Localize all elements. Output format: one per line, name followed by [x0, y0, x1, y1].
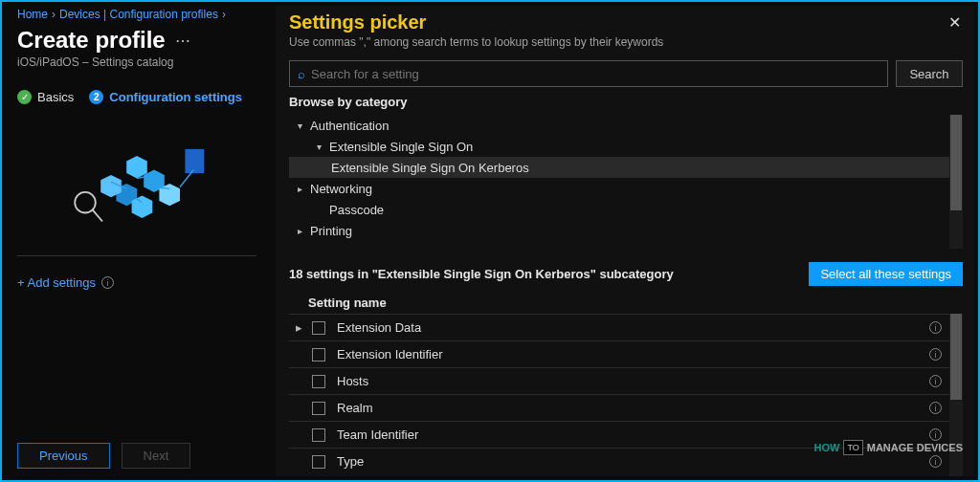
- info-icon[interactable]: i: [929, 348, 942, 361]
- category-networking[interactable]: ▸ Networking: [289, 178, 963, 199]
- category-esso[interactable]: ▾ Extensible Single Sign On: [289, 136, 963, 157]
- search-icon: ⌕: [298, 67, 305, 81]
- category-tree: ▾ Authentication ▾ Extensible Single Sig…: [289, 115, 963, 249]
- info-icon[interactable]: i: [929, 455, 942, 468]
- previous-button[interactable]: Previous: [17, 443, 110, 469]
- category-authentication[interactable]: ▾ Authentication: [289, 115, 963, 136]
- setting-name-header: Setting name: [308, 296, 963, 310]
- setting-row[interactable]: Realm i: [289, 394, 963, 421]
- search-button[interactable]: Search: [896, 60, 963, 87]
- chevron-right-icon: ▸: [293, 226, 306, 236]
- breadcrumb[interactable]: Home › Devices | Configuration profiles …: [17, 8, 256, 21]
- subcategory-count-label: 18 settings in "Extensible Single Sign O…: [289, 267, 674, 281]
- tree-scrollbar[interactable]: [949, 115, 963, 249]
- checkbox[interactable]: [312, 428, 325, 442]
- add-settings-link[interactable]: + Add settings i: [17, 275, 256, 290]
- watermark: HOW TO MANAGE DEVICES: [814, 440, 963, 455]
- breadcrumb-home[interactable]: Home: [17, 8, 48, 21]
- close-icon[interactable]: ✕: [948, 13, 961, 32]
- category-passcode[interactable]: Passcode: [289, 199, 963, 220]
- checkbox[interactable]: [312, 402, 325, 415]
- step-badge: 2: [89, 90, 103, 104]
- setting-row[interactable]: ▸ Extension Data i: [289, 314, 963, 340]
- checkbox[interactable]: [312, 455, 325, 469]
- setting-row[interactable]: Hosts i: [289, 367, 963, 394]
- setting-row[interactable]: Extension Identifier i: [289, 340, 963, 367]
- search-input[interactable]: [311, 67, 880, 81]
- checkbox[interactable]: [312, 375, 325, 388]
- svg-rect-6: [185, 149, 204, 173]
- info-icon[interactable]: i: [929, 402, 942, 414]
- checkbox[interactable]: [312, 321, 325, 335]
- page-title: Create profile: [17, 27, 166, 54]
- breadcrumb-devices[interactable]: Devices | Configuration profiles: [59, 8, 218, 21]
- category-printing[interactable]: ▸ Printing: [289, 220, 963, 241]
- next-button: Next: [122, 443, 191, 469]
- category-esso-kerberos[interactable]: Extensible Single Sign On Kerberos: [289, 157, 963, 178]
- picker-title: Settings picker: [289, 11, 663, 33]
- browse-by-category-label: Browse by category: [289, 95, 963, 109]
- check-icon: ✓: [17, 90, 32, 104]
- page-subtitle: iOS/iPadOS – Settings catalog: [17, 55, 256, 69]
- search-input-container[interactable]: ⌕: [289, 60, 888, 87]
- info-icon[interactable]: i: [929, 321, 942, 334]
- chevron-down-icon: ▾: [293, 120, 306, 131]
- checkbox[interactable]: [312, 348, 325, 362]
- info-icon[interactable]: i: [929, 375, 942, 387]
- svg-line-13: [92, 209, 102, 222]
- info-icon[interactable]: i: [101, 276, 114, 289]
- chevron-down-icon: ▾: [312, 142, 325, 152]
- settings-picker-panel: Settings picker Use commas "," among sea…: [276, 6, 974, 476]
- chevron-right-icon[interactable]: ▸: [289, 320, 308, 335]
- wizard-tabs: ✓ Basics 2 Configuration settings: [17, 90, 256, 104]
- picker-subtitle: Use commas "," among search terms to loo…: [289, 35, 663, 49]
- chevron-right-icon: ▸: [293, 184, 306, 194]
- select-all-button[interactable]: Select all these settings: [809, 262, 963, 286]
- tab-basics[interactable]: ✓ Basics: [17, 90, 74, 104]
- more-menu-icon[interactable]: ⋯: [175, 32, 190, 50]
- illustration: [17, 127, 256, 256]
- tab-configuration-settings[interactable]: 2 Configuration settings: [89, 90, 242, 104]
